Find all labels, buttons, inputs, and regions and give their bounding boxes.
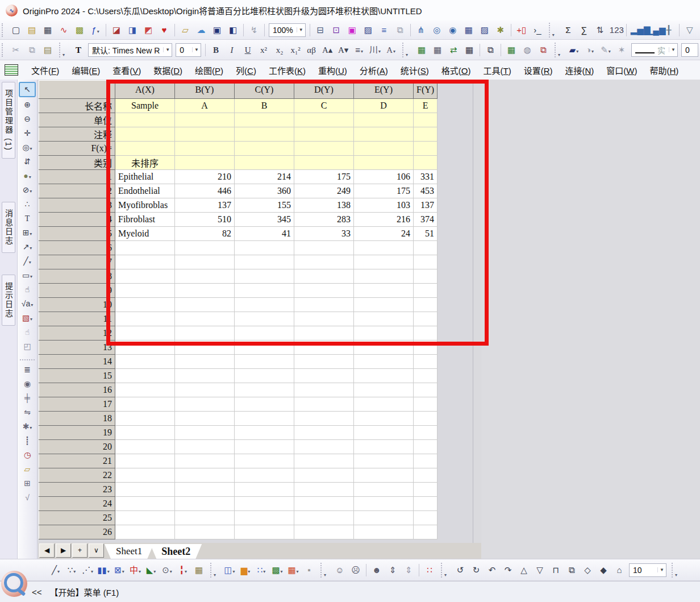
cell[interactable] xyxy=(175,269,235,284)
toolbar-options-arrow[interactable]: ▾ xyxy=(549,23,557,38)
filter-icon[interactable]: ▽ xyxy=(682,23,697,37)
cell[interactable] xyxy=(175,454,235,468)
column-header[interactable]: A(X) xyxy=(115,81,175,99)
cell[interactable] xyxy=(235,426,294,440)
cell[interactable] xyxy=(354,355,414,369)
run-script-icon[interactable]: ↯ xyxy=(247,23,261,37)
cell[interactable] xyxy=(294,113,354,127)
master-page-icon[interactable]: ≡ xyxy=(377,23,391,37)
cell[interactable]: 214 xyxy=(235,170,294,184)
cell[interactable]: 283 xyxy=(294,213,354,227)
screen-reader-tool[interactable]: ✛ xyxy=(20,127,35,140)
row-header[interactable]: 23 xyxy=(39,483,115,497)
row-header[interactable]: 9 xyxy=(39,284,115,298)
toolbar-splitter[interactable] xyxy=(20,354,35,360)
cell[interactable] xyxy=(354,298,414,312)
menu-p[interactable]: 绘图(P) xyxy=(189,62,230,78)
cell[interactable] xyxy=(354,241,414,255)
zoom-out-tool[interactable]: ⊖ xyxy=(20,113,35,126)
cell[interactable] xyxy=(294,426,354,440)
format-toolbar-icon[interactable]: T xyxy=(71,43,86,57)
cell[interactable] xyxy=(115,397,175,412)
cell[interactable] xyxy=(294,269,354,284)
data-reader-tool[interactable]: ◎▾ xyxy=(20,141,35,154)
cell[interactable]: 360 xyxy=(235,184,294,198)
align-button[interactable]: ≡▾ xyxy=(352,43,366,57)
insert-graph-tool[interactable]: ▧▾ xyxy=(20,312,35,325)
sheet-tab-sheet2[interactable]: Sheet2 xyxy=(150,544,202,559)
new-matrix-icon[interactable]: ▩ xyxy=(72,23,87,37)
bold-button[interactable]: B xyxy=(209,43,223,57)
cell[interactable] xyxy=(354,383,414,397)
cell[interactable] xyxy=(354,113,414,127)
cell[interactable] xyxy=(235,113,294,127)
cell[interactable] xyxy=(115,369,175,383)
insert-equation-tool[interactable]: √a▾ xyxy=(20,297,35,310)
cell[interactable] xyxy=(354,269,414,284)
row-header[interactable]: 类别 xyxy=(39,156,115,170)
cell[interactable] xyxy=(414,412,438,426)
line-tool[interactable]: ╱▾ xyxy=(20,255,35,268)
zoom-in-tool[interactable]: ⊕ xyxy=(20,98,35,111)
menu-c[interactable]: 列(C) xyxy=(230,62,262,78)
cell[interactable] xyxy=(115,511,175,525)
cell[interactable] xyxy=(294,156,354,170)
cell[interactable]: Sample xyxy=(115,99,175,113)
rotate-ccw-icon[interactable]: ↺ xyxy=(453,563,468,577)
paste-icon[interactable]: ▤ xyxy=(40,43,55,57)
cell[interactable] xyxy=(354,284,414,298)
row-header[interactable]: 15 xyxy=(39,369,115,383)
menu-h[interactable]: 帮助(H) xyxy=(644,62,685,78)
project-explorer-icon[interactable]: ⋔ xyxy=(414,23,428,37)
cell[interactable] xyxy=(294,142,354,156)
underline-button[interactable]: U xyxy=(240,43,255,57)
cell[interactable] xyxy=(235,298,294,312)
expand-view-icon[interactable]: ◇ xyxy=(580,563,595,577)
cell[interactable] xyxy=(115,355,175,369)
cell[interactable] xyxy=(115,426,175,440)
open-template-icon[interactable]: ◨ xyxy=(125,23,140,37)
italic-button[interactable]: I xyxy=(224,43,239,57)
menu-u[interactable]: 重构(U) xyxy=(312,62,353,78)
cell[interactable] xyxy=(175,326,235,341)
cell[interactable] xyxy=(175,156,235,170)
sum-column-icon[interactable]: Σ xyxy=(561,23,576,37)
toolbar-options-arrow[interactable]: ▾ xyxy=(59,43,67,57)
cell[interactable] xyxy=(354,525,414,539)
cloud-open-icon[interactable]: ☁ xyxy=(194,23,209,37)
cell[interactable] xyxy=(175,142,235,156)
cell[interactable]: 175 xyxy=(294,170,354,184)
mask-toggle-icon[interactable]: ☻ xyxy=(369,563,384,577)
superscript-button[interactable]: x² xyxy=(256,43,271,57)
new-workbook-icon[interactable]: ▦ xyxy=(40,23,55,37)
cell[interactable]: Epithelial xyxy=(115,170,175,184)
font-color-button[interactable]: A▾ xyxy=(384,43,398,57)
cell[interactable] xyxy=(235,269,294,284)
cell[interactable] xyxy=(294,369,354,383)
cell[interactable] xyxy=(235,369,294,383)
cell[interactable] xyxy=(354,369,414,383)
cell[interactable] xyxy=(235,454,294,468)
row-header[interactable]: F(x)= xyxy=(39,142,115,156)
stock-plot-icon[interactable]: ╏▾ xyxy=(176,563,190,577)
cell[interactable]: D xyxy=(354,99,414,113)
new-annotation-icon[interactable]: ✱▾ xyxy=(20,420,35,433)
column-header[interactable]: C(Y) xyxy=(235,81,294,99)
cell[interactable] xyxy=(354,454,414,468)
cell[interactable]: 210 xyxy=(175,170,235,184)
corner-cell[interactable] xyxy=(39,81,115,99)
cell[interactable] xyxy=(354,255,414,269)
menu-v[interactable]: 查看(V) xyxy=(106,62,147,78)
ruler-icon[interactable]: ┋ xyxy=(20,434,35,447)
cell[interactable] xyxy=(414,355,438,369)
cell[interactable] xyxy=(115,241,175,255)
folder-stamp-icon[interactable]: ▱ xyxy=(20,463,35,476)
sheet-scroll-right[interactable]: ▶ xyxy=(56,543,71,558)
line-symbol-plot-icon[interactable]: ⋰▾ xyxy=(80,563,95,577)
new-function-plot-icon[interactable]: ƒ▾ xyxy=(88,23,103,37)
cell[interactable] xyxy=(354,468,414,483)
cell[interactable] xyxy=(235,312,294,326)
tilt-right-icon[interactable]: ↷ xyxy=(501,563,515,577)
tilt-left-icon[interactable]: ↶ xyxy=(485,563,499,577)
grid-icon[interactable]: ⊞ xyxy=(20,477,35,490)
